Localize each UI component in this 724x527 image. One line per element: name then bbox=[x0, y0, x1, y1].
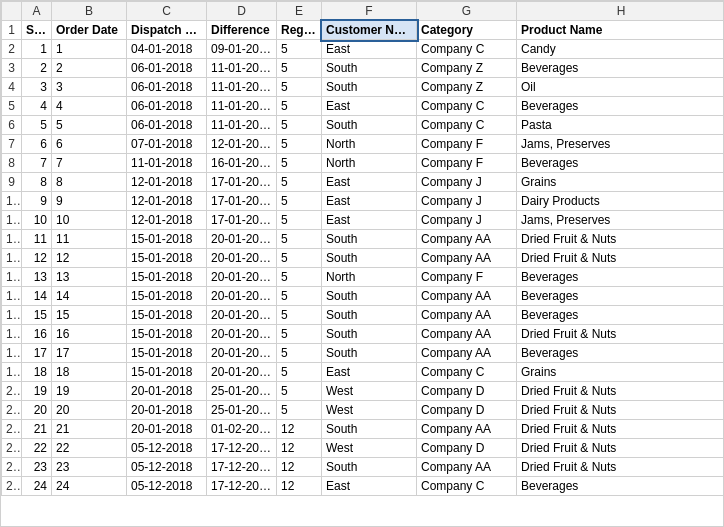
table-cell[interactable]: 5 bbox=[52, 116, 127, 135]
table-cell[interactable]: 17-01-2018 bbox=[207, 173, 277, 192]
table-cell[interactable]: 5 bbox=[277, 268, 322, 287]
table-cell[interactable]: 11-01-2018 bbox=[207, 116, 277, 135]
table-cell[interactable]: 6 bbox=[52, 135, 127, 154]
table-cell[interactable]: 15-01-2018 bbox=[127, 268, 207, 287]
table-cell[interactable]: Company AA bbox=[417, 420, 517, 439]
table-cell[interactable]: 07-01-2018 bbox=[127, 135, 207, 154]
table-cell[interactable]: Beverages bbox=[517, 59, 725, 78]
table-cell[interactable]: 7 bbox=[52, 154, 127, 173]
table-cell[interactable]: 1 bbox=[22, 40, 52, 59]
table-cell[interactable]: Company AA bbox=[417, 230, 517, 249]
table-cell[interactable]: South bbox=[322, 325, 417, 344]
table-cell[interactable]: 19 bbox=[52, 382, 127, 401]
table-cell[interactable]: Company F bbox=[417, 154, 517, 173]
table-cell[interactable]: 15 bbox=[22, 306, 52, 325]
table-cell[interactable]: 5 bbox=[277, 78, 322, 97]
table-cell[interactable]: 20-01-2018 bbox=[207, 268, 277, 287]
table-cell[interactable]: 11 bbox=[52, 230, 127, 249]
table-cell[interactable]: 15 bbox=[52, 306, 127, 325]
table-cell[interactable]: 24 bbox=[22, 477, 52, 496]
table-cell[interactable]: 20-01-2018 bbox=[207, 306, 277, 325]
table-cell[interactable]: South bbox=[322, 287, 417, 306]
table-cell[interactable]: 8 bbox=[52, 173, 127, 192]
table-cell[interactable]: Dried Fruit & Nuts bbox=[517, 249, 725, 268]
table-cell[interactable]: 11-01-2018 bbox=[207, 59, 277, 78]
table-cell[interactable]: 09-01-2018 bbox=[207, 40, 277, 59]
table-cell[interactable]: 1 bbox=[52, 40, 127, 59]
table-cell[interactable]: East bbox=[322, 173, 417, 192]
table-cell[interactable]: West bbox=[322, 439, 417, 458]
table-cell[interactable]: Dried Fruit & Nuts bbox=[517, 401, 725, 420]
table-cell[interactable]: 15-01-2018 bbox=[127, 249, 207, 268]
table-cell[interactable]: 20-01-2018 bbox=[207, 287, 277, 306]
table-cell[interactable]: Company J bbox=[417, 192, 517, 211]
table-cell[interactable]: 16 bbox=[52, 325, 127, 344]
col-header-E[interactable]: E bbox=[277, 2, 322, 21]
table-cell[interactable]: 12-01-2018 bbox=[127, 211, 207, 230]
table-cell[interactable]: 17-01-2018 bbox=[207, 211, 277, 230]
table-cell[interactable]: 21 bbox=[22, 420, 52, 439]
table-cell[interactable]: Company F bbox=[417, 135, 517, 154]
table-cell[interactable]: 20 bbox=[52, 401, 127, 420]
table-cell[interactable]: 18 bbox=[52, 363, 127, 382]
table-cell[interactable]: Candy bbox=[517, 40, 725, 59]
table-cell[interactable]: South bbox=[322, 116, 417, 135]
table-cell[interactable]: East bbox=[322, 211, 417, 230]
table-cell[interactable]: 05-12-2018 bbox=[127, 439, 207, 458]
table-cell[interactable]: 13 bbox=[22, 268, 52, 287]
table-cell[interactable]: 5 bbox=[277, 116, 322, 135]
table-cell[interactable]: 11-01-2018 bbox=[207, 78, 277, 97]
table-cell[interactable]: Company J bbox=[417, 211, 517, 230]
table-cell[interactable]: Pasta bbox=[517, 116, 725, 135]
table-cell[interactable]: 13 bbox=[52, 268, 127, 287]
table-cell[interactable]: 5 bbox=[277, 59, 322, 78]
table-cell[interactable]: East bbox=[322, 477, 417, 496]
table-cell[interactable]: 25-01-2018 bbox=[207, 401, 277, 420]
table-cell[interactable]: Company C bbox=[417, 116, 517, 135]
table-cell[interactable]: 10 bbox=[52, 211, 127, 230]
table-cell[interactable]: South bbox=[322, 59, 417, 78]
table-cell[interactable]: 10 bbox=[22, 211, 52, 230]
table-cell[interactable]: Company D bbox=[417, 401, 517, 420]
table-cell[interactable]: 12 bbox=[22, 249, 52, 268]
table-cell[interactable]: 5 bbox=[277, 173, 322, 192]
table-cell[interactable]: Beverages bbox=[517, 268, 725, 287]
table-cell[interactable]: South bbox=[322, 344, 417, 363]
table-cell[interactable]: 5 bbox=[22, 116, 52, 135]
table-cell[interactable]: Dried Fruit & Nuts bbox=[517, 420, 725, 439]
col-header-D[interactable]: D bbox=[207, 2, 277, 21]
table-cell[interactable]: East bbox=[322, 40, 417, 59]
table-cell[interactable]: 15-01-2018 bbox=[127, 230, 207, 249]
table-cell[interactable]: 14 bbox=[52, 287, 127, 306]
table-cell[interactable]: Company D bbox=[417, 382, 517, 401]
table-cell[interactable]: Dried Fruit & Nuts bbox=[517, 458, 725, 477]
table-cell[interactable]: 06-01-2018 bbox=[127, 59, 207, 78]
table-cell[interactable]: 20-01-2018 bbox=[207, 230, 277, 249]
table-cell[interactable]: 5 bbox=[277, 401, 322, 420]
table-cell[interactable]: Company C bbox=[417, 477, 517, 496]
table-cell[interactable]: 12-01-2018 bbox=[127, 173, 207, 192]
table-cell[interactable]: Beverages bbox=[517, 477, 725, 496]
table-cell[interactable]: 5 bbox=[277, 363, 322, 382]
table-cell[interactable]: 17 bbox=[22, 344, 52, 363]
table-cell[interactable]: 20-01-2018 bbox=[207, 249, 277, 268]
table-cell[interactable]: 17-12-2018 bbox=[207, 439, 277, 458]
table-cell[interactable]: East bbox=[322, 192, 417, 211]
table-cell[interactable]: Company AA bbox=[417, 306, 517, 325]
table-cell[interactable]: Jams, Preserves bbox=[517, 211, 725, 230]
table-cell[interactable]: 5 bbox=[277, 192, 322, 211]
table-cell[interactable]: Dried Fruit & Nuts bbox=[517, 439, 725, 458]
table-cell[interactable]: 4 bbox=[22, 97, 52, 116]
table-cell[interactable]: 5 bbox=[277, 211, 322, 230]
table-cell[interactable]: 11-01-2018 bbox=[207, 97, 277, 116]
table-cell[interactable]: Jams, Preserves bbox=[517, 135, 725, 154]
table-cell[interactable]: 12 bbox=[277, 477, 322, 496]
table-cell[interactable]: Company F bbox=[417, 268, 517, 287]
table-cell[interactable]: 20-01-2018 bbox=[127, 382, 207, 401]
table-cell[interactable]: 3 bbox=[52, 78, 127, 97]
table-cell[interactable]: 5 bbox=[277, 154, 322, 173]
table-cell[interactable]: South bbox=[322, 458, 417, 477]
table-cell[interactable]: 12-01-2018 bbox=[127, 192, 207, 211]
table-cell[interactable]: 15-01-2018 bbox=[127, 306, 207, 325]
table-cell[interactable]: North bbox=[322, 154, 417, 173]
